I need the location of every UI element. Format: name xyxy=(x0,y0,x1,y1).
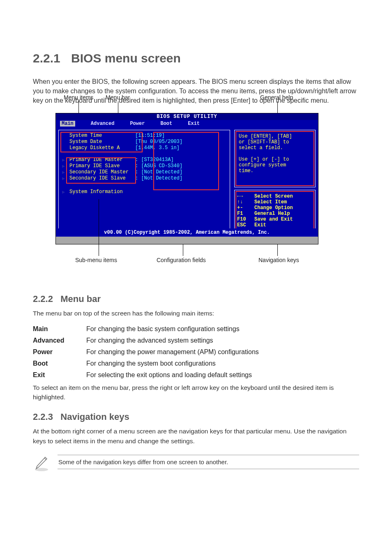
menubar-desc: For selecting the exit options and loadi… xyxy=(86,371,252,379)
bios-submenu-item[interactable]: ▶Primary IDE Master: [ST320413A] xyxy=(62,157,226,163)
navkey-row: ESCExit xyxy=(237,222,313,228)
navkey-row: F1General Help xyxy=(237,211,313,216)
section-number: 2.2.1 xyxy=(33,51,60,65)
callout-line xyxy=(277,244,278,256)
navkey-row: ↑↓Select Item xyxy=(237,199,313,205)
bios-item[interactable]: Legacy Diskette A[1.44M, 3.5 in] xyxy=(62,145,226,151)
callout-label-submenu: Sub-menu items xyxy=(75,257,117,263)
bios-tab-exit[interactable]: Exit xyxy=(188,121,200,127)
bios-footer: v00.00 (C)Copyright 1985-2002, American … xyxy=(56,228,318,237)
bios-title: BIOS SETUP UTILITY xyxy=(56,113,318,120)
bios-submenu-item[interactable]: ▶Secondary IDE Slave: [Not Detected] xyxy=(62,175,226,182)
callout-label-menu-items: Menu items xyxy=(64,94,93,101)
bios-submenu-item[interactable]: ▶Primary IDE Slave: [ASUS CD-S340] xyxy=(62,163,226,169)
navkey-row: F10Save and Exit xyxy=(237,216,313,222)
callout-line xyxy=(118,101,118,113)
menubar-description-list: MainFor changing the basic system config… xyxy=(33,325,359,379)
bios-menu-bar[interactable]: Main Advanced Power Boot Exit xyxy=(56,120,318,127)
bios-help-panel: Use [ENTER], [TAB] or [SHIFT-TAB] to sel… xyxy=(234,130,316,187)
bios-help-text: Use [ENTER], [TAB] or [SHIFT-TAB] to sel… xyxy=(235,130,315,177)
bios-tab-main[interactable]: Main xyxy=(60,121,75,127)
subsection2-title: Navigation keys xyxy=(60,412,129,422)
callout-line xyxy=(277,101,278,113)
subsection2-body: At the bottom right corner of a menu scr… xyxy=(33,426,359,446)
callout-line xyxy=(99,199,99,256)
callout-label-general-help: General help xyxy=(260,94,293,101)
subsection-number: 2.2.2 xyxy=(33,294,53,304)
menubar-desc: For changing the system boot configurati… xyxy=(86,360,216,367)
bios-item[interactable]: System Time[11:51:19] xyxy=(62,133,226,139)
bios-screenshot: BIOS SETUP UTILITY Main Advanced Power B… xyxy=(55,113,318,244)
section-title: BIOS menu screen xyxy=(71,51,181,65)
bios-tab-advanced[interactable]: Advanced xyxy=(91,121,115,127)
menubar-desc: For changing the basic system configurat… xyxy=(86,325,240,333)
navkey-row: +-Change Option xyxy=(237,205,313,211)
pencil-icon xyxy=(33,455,50,472)
bios-item[interactable]: System Date[Thu 08/05/2003] xyxy=(62,139,226,145)
menubar-key: Exit xyxy=(33,371,86,379)
menubar-desc: For changing the power management (APM) … xyxy=(86,348,259,356)
bios-navkeys-panel: ←→Select Screen ↑↓Select Item +-Change O… xyxy=(234,190,316,234)
subsection2-number: 2.2.3 xyxy=(33,412,53,422)
intro-paragraph: When you enter the BIOS, the following s… xyxy=(33,77,359,106)
note-block: Some of the navigation keys differ from … xyxy=(33,455,359,472)
subsection2-heading: 2.2.3 Navigation keys xyxy=(33,412,359,422)
callout-label-navkeys: Navigation keys xyxy=(258,257,299,263)
bios-submenu-item[interactable]: ▶Secondary IDE Master: [Not Detected] xyxy=(62,169,226,175)
menubar-key: Advanced xyxy=(33,337,86,344)
subsection-body: The menu bar on top of the screen has th… xyxy=(33,309,359,318)
subsection-title: Menu bar xyxy=(60,294,101,304)
bios-tab-power[interactable]: Power xyxy=(130,121,145,127)
callout-label-menu-bar: Menu bar xyxy=(106,94,130,101)
callout-line xyxy=(78,101,79,113)
navkey-row: ←→Select Screen xyxy=(237,193,313,199)
callout-label-config-fields: Configuration fields xyxy=(157,257,206,263)
callout-line xyxy=(183,244,183,256)
note-text: Some of the navigation keys differ from … xyxy=(58,455,359,469)
bios-submenu-item[interactable]: ▶System Information xyxy=(62,189,226,195)
menubar-key: Boot xyxy=(33,360,86,367)
menubar-desc: For changing the advanced system setting… xyxy=(86,337,213,344)
menubar-key: Power xyxy=(33,348,86,356)
bios-left-panel: System Time[11:51:19] System Date[Thu 08… xyxy=(58,130,230,234)
section-heading: 2.2.1 BIOS menu screen xyxy=(33,51,359,65)
subsection-heading: 2.2.2 Menu bar xyxy=(33,294,359,304)
menubar-key: Main xyxy=(33,325,86,333)
menubar-tail: To select an item on the menu bar, press… xyxy=(33,383,359,402)
bios-tab-boot[interactable]: Boot xyxy=(160,121,172,127)
